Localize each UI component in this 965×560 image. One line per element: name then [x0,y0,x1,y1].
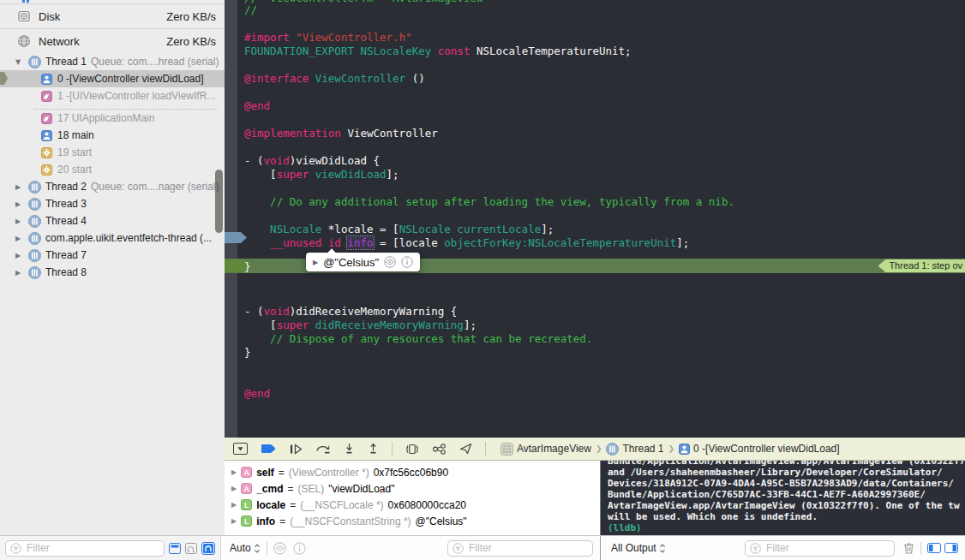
show-stack-depth-icon[interactable] [169,543,181,554]
popover-disclosure-icon[interactable]: ▶ [313,259,318,266]
memory-graph-button[interactable] [432,444,447,455]
disclosure-triangle-icon[interactable]: ▶ [15,183,24,191]
variable-name: self [256,467,274,479]
info-icon[interactable] [401,256,413,268]
navigator-filter-input[interactable] [25,541,159,555]
variable-name: _cmd [256,483,283,495]
console-filter-input[interactable] [764,541,890,555]
app-icon [500,443,513,456]
stack-frame-row[interactable]: 17 UIApplicationMain [0,110,225,127]
highlighted-symbol-info[interactable]: info [347,236,373,249]
stack-frame-label: 17 UIApplicationMain [57,112,154,124]
disclosure-triangle-icon[interactable]: ▶ [231,501,237,509]
quicklook-eye-icon[interactable] [384,256,396,268]
info-icon[interactable] [293,542,306,555]
breadcrumb-item[interactable]: Thread 1 [606,443,663,456]
disclosure-triangle-icon[interactable]: ▶ [15,235,24,242]
quicklook-eye-icon[interactable] [273,542,286,555]
variables-view: ▶Aself=(ViewController *)0x7fc56cc06b90▶… [225,461,600,535]
breadcrumb-label: AvtarImageView [517,443,591,455]
code-line: @interface ViewController () [225,72,965,86]
stack-frame-row[interactable]: 18 main [0,127,225,144]
variable-row[interactable]: ▶Llocale=(__NSCFLocale *)0x6080000cca20 [225,497,600,513]
view-hierarchy-button[interactable] [405,444,419,455]
disclosure-triangle-icon[interactable]: ▶ [15,200,24,208]
toggle-console-panel-icon[interactable] [944,543,958,553]
code-line: [super didReceiveMemoryWarning]; [225,319,965,332]
code-token: void [264,154,290,167]
sidebar-thread-row[interactable]: ▼Thread 1Queue: com....hread (serial) [0,53,225,70]
sidebar-thread-row[interactable]: ▶com.apple.uikit.eventfetch-thread (... [0,229,225,247]
variables-view-bar: Auto [221,536,600,560]
filter-icon [750,543,761,554]
variables-scope-dropdown[interactable]: Auto [230,542,251,554]
chevron-updown-icon[interactable] [659,543,666,554]
variable-popover: ▶ @"Celsius" [306,253,420,271]
thread-queue-label: Queue: com....nager (serial) [91,181,219,193]
variable-value: 0x7fc56cc06b90 [374,467,448,479]
gauge-row-network[interactable]: NetworkZero KB/s [0,28,225,53]
disclosure-triangle-icon[interactable]: ▶ [231,517,237,525]
stack-frame-row[interactable]: 1 -[UIViewController loadViewIfR... [0,87,225,104]
code-token: [ [244,168,277,181]
simulate-location-button[interactable] [459,443,472,455]
hide-debug-area-button[interactable] [233,443,248,455]
step-out-button[interactable] [368,443,379,455]
breakpoint-gutter[interactable] [225,0,237,438]
gauge-row-disk[interactable]: DiskZero KB/s [0,3,225,28]
debug-navigator-list: DiskZero KB/sNetworkZero KB/s▼Thread 1Qu… [0,3,225,281]
code-token: @implementation [244,127,341,140]
disclosure-triangle-icon[interactable]: ▶ [231,468,237,476]
stack-frame-row[interactable]: 19 start [0,144,225,161]
disclosure-triangle-icon[interactable]: ▶ [231,485,237,492]
frame-user-icon [41,130,52,141]
variable-row[interactable]: ▶Linfo=(__NSCFConstantString *)@"Celsius… [225,513,600,529]
stack-frame-row[interactable]: 0 -[ViewController viewDidLoad] [0,70,225,87]
navigator-filter-bar [0,536,221,560]
sidebar-thread-row[interactable]: ▶Thread 2Queue: com....nager (serial) [0,178,225,195]
sidebar-scrollbar-thumb[interactable] [215,170,223,233]
trash-icon[interactable] [903,542,914,554]
disclosure-triangle-icon[interactable]: ▼ [15,58,24,66]
variable-name: info [256,515,275,527]
sidebar-thread-row[interactable]: ▶Thread 3 [0,195,225,212]
equals-sign: = [279,467,285,479]
show-crashed-threads-icon[interactable] [185,543,197,554]
variable-row[interactable]: ▶Aself=(ViewController *)0x7fc56cc06b90 [225,464,600,480]
lldb-prompt[interactable]: (lldb) [608,522,965,533]
network-icon [17,34,31,48]
variables-filter-input[interactable] [467,541,588,555]
console-output-dropdown[interactable]: All Output [611,542,656,554]
step-over-button[interactable] [315,444,331,455]
stack-frame-row[interactable]: 20 start [0,161,225,178]
breakpoints-toggle-button[interactable] [261,444,277,454]
code-line: @implementation ViewController [225,127,965,140]
code-line: // Do any additional setup after loading… [225,195,965,209]
thread-icon [28,232,41,245]
thread-icon [28,56,41,69]
variable-row[interactable]: ▶A_cmd=(SEL)"viewDidLoad" [225,480,600,497]
sidebar-thread-row[interactable]: ▶Thread 8 [0,264,225,281]
breadcrumb-item[interactable]: 0 -[ViewController viewDidLoad] [679,443,840,455]
step-into-button[interactable] [344,443,355,455]
code-token: // [244,3,257,16]
continue-button[interactable] [290,444,303,455]
sidebar-thread-row[interactable]: ▶Thread 7 [0,247,225,264]
thread-icon [28,198,41,211]
chevron-updown-icon[interactable] [254,543,261,554]
disclosure-triangle-icon[interactable]: ▶ [15,269,24,277]
view-process-by-thread-icon[interactable] [201,542,215,555]
toggle-variables-panel-icon[interactable] [927,543,941,553]
console-line: Devices/318A912C-07A9-4DA4-A95C-B5B7A298… [608,478,965,489]
breadcrumb-item[interactable]: AvtarImageView [500,443,591,456]
toolbar-separator [485,442,486,456]
code-line: FOUNDATION_EXPORT NSLocaleKey const NSLo… [225,45,965,58]
sidebar-thread-row[interactable]: ▶Thread 4 [0,212,225,229]
bar-separator [267,542,267,555]
thread-label: com.apple.uikit.eventfetch-thread (... [45,232,212,244]
code-token: @end [244,387,270,400]
breadcrumb-separator: ❯ [668,444,675,453]
disclosure-triangle-icon[interactable]: ▶ [15,217,24,225]
variable-type: (__NSCFLocale *) [300,499,383,511]
disclosure-triangle-icon[interactable]: ▶ [15,252,24,259]
